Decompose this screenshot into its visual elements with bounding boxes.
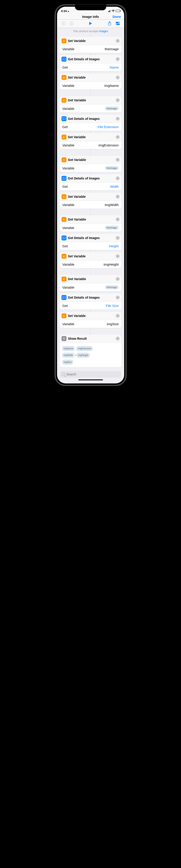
delete-action-button[interactable]: ✕ [116, 39, 120, 43]
action-card[interactable]: Get Details of Images ✕ Get File Extensi… [60, 115, 122, 131]
signal-icon [108, 10, 111, 12]
action-param-row[interactable]: Get File Size [60, 302, 122, 310]
action-header: Get Details of Images ✕ [60, 55, 122, 63]
param-label: Variable [62, 285, 75, 289]
accepts-row[interactable]: This shortcut accepts Images [57, 28, 124, 35]
action-title: Show Result [68, 337, 114, 340]
action-card[interactable]: x Set Variable ✕ Variable imgSize [60, 312, 122, 328]
delete-action-button[interactable]: ✕ [116, 75, 120, 80]
action-param-row[interactable]: Variable imgSize [60, 320, 122, 328]
delete-action-button[interactable]: ✕ [116, 117, 120, 121]
action-param-row[interactable]: Variable imgHeight [60, 260, 122, 268]
variable-token[interactable]: imgName [62, 346, 75, 351]
share-button[interactable] [107, 21, 112, 26]
action-card[interactable]: x Get Variable ✕ Variable theImage [60, 275, 122, 291]
action-card[interactable]: x Get Variable ✕ Variable theImage [60, 156, 122, 172]
svg-point-6 [116, 24, 117, 25]
delete-action-button[interactable]: ✕ [116, 314, 120, 318]
param-label: Variable [62, 203, 75, 207]
action-card[interactable]: x Get Variable ✕ Variable theImage [60, 215, 122, 232]
location-icon: ➤ [68, 10, 69, 12]
variable-token[interactable]: imgExtension [76, 346, 93, 351]
redo-button[interactable] [69, 21, 74, 26]
action-param-row[interactable]: Variable theImage [60, 283, 122, 291]
image-icon [61, 176, 67, 181]
battery-icon [116, 10, 120, 12]
action-param-row[interactable]: Variable imgWidth [60, 200, 122, 209]
action-card[interactable]: Show Result ✕ imgName.imgExtension imgWi… [60, 335, 122, 367]
action-param-row[interactable]: Variable theImage [60, 104, 122, 113]
action-param-row[interactable]: Get Name [60, 63, 122, 71]
action-card[interactable]: Get Details of Images ✕ Get Name [60, 55, 122, 71]
action-card[interactable]: x Set Variable ✕ Variable imgHeight [60, 252, 122, 268]
action-card[interactable]: x Set Variable ✕ Variable imgName [60, 73, 122, 90]
action-param-row[interactable]: Variable theImage [60, 223, 122, 232]
delete-action-button[interactable]: ✕ [116, 236, 120, 240]
param-value[interactable]: imgSize [107, 322, 119, 326]
param-value-link[interactable]: File Size [106, 304, 119, 308]
search-bar[interactable] [60, 371, 122, 378]
action-param-row[interactable]: Get File Extension [60, 123, 122, 131]
delete-action-button[interactable]: ✕ [116, 195, 120, 199]
action-card[interactable]: x Set Variable ✕ Variable imgExtension [60, 133, 122, 149]
accepts-type-link[interactable]: Images [99, 30, 108, 33]
undo-button[interactable] [61, 21, 66, 26]
param-value-link[interactable]: Name [110, 65, 119, 69]
svg-point-0 [62, 22, 65, 25]
delete-action-button[interactable]: ✕ [116, 254, 120, 258]
delete-action-button[interactable]: ✕ [116, 158, 120, 162]
param-value[interactable]: imgExtension [99, 143, 119, 147]
action-param-row[interactable]: Get Width [60, 182, 122, 190]
param-value-link[interactable]: File Extension [98, 125, 119, 129]
variable-token[interactable]: imgSize [62, 360, 73, 365]
flow-connector [90, 190, 91, 193]
action-title: Get Variable [68, 98, 114, 102]
param-value-link[interactable]: Width [110, 185, 119, 188]
action-param-row[interactable]: Variable theImage [60, 45, 122, 53]
action-param-row[interactable]: Variable imgExtension [60, 141, 122, 149]
play-button[interactable] [88, 21, 93, 26]
action-param-row[interactable]: Variable theImage [60, 164, 122, 172]
svg-point-12 [63, 178, 63, 178]
home-indicator[interactable] [78, 379, 103, 380]
variable-token[interactable]: imgHeight [77, 353, 90, 358]
variable-token[interactable]: theImage [105, 166, 119, 170]
search-input[interactable] [67, 373, 119, 376]
variable-token[interactable]: imgWidth [62, 353, 75, 358]
action-param-row[interactable]: Get Height [60, 242, 122, 250]
workflow-canvas: x Set Variable ✕ Variable theImage Get D… [57, 35, 124, 367]
action-card[interactable]: Get Details of Images ✕ Get File Size [60, 293, 122, 310]
action-card[interactable]: x Get Variable ✕ Variable theImage [60, 96, 122, 113]
action-card[interactable]: Get Details of Images ✕ Get Width [60, 174, 122, 190]
action-card[interactable]: x Set Variable ✕ Variable theImage [60, 37, 122, 53]
action-param-row[interactable]: Variable imgName [60, 82, 122, 90]
param-value[interactable]: imgHeight [104, 262, 119, 266]
delete-action-button[interactable]: ✕ [116, 277, 120, 281]
action-header: Show Result ✕ [60, 335, 122, 343]
delete-action-button[interactable]: ✕ [116, 337, 120, 341]
action-card[interactable]: x Set Variable ✕ Variable imgWidth [60, 193, 122, 209]
variable-token[interactable]: theImage [105, 285, 119, 289]
param-value-link[interactable]: Height [109, 244, 119, 248]
done-button[interactable]: Done [112, 15, 121, 19]
action-title: Set Variable [68, 76, 114, 79]
action-card[interactable]: Get Details of Images ✕ Get Height [60, 234, 122, 250]
accepts-text: This shortcut accepts [73, 30, 99, 33]
flow-connector [90, 273, 91, 275]
settings-toggle-button[interactable] [115, 21, 120, 26]
delete-action-button[interactable]: ✕ [116, 217, 120, 221]
variable-icon: x [61, 313, 67, 318]
param-value[interactable]: imgName [104, 84, 119, 88]
delete-action-button[interactable]: ✕ [116, 98, 120, 102]
delete-action-button[interactable]: ✕ [116, 296, 120, 300]
svg-point-4 [118, 22, 119, 23]
delete-action-button[interactable]: ✕ [116, 176, 120, 180]
variable-token[interactable]: theImage [105, 226, 119, 230]
delete-action-button[interactable]: ✕ [116, 57, 120, 61]
result-body[interactable]: imgName.imgExtension imgWidthximgHeight … [60, 343, 122, 367]
variable-token[interactable]: theImage [105, 106, 119, 111]
param-value[interactable]: theImage [105, 47, 119, 51]
action-title: Set Variable [68, 254, 114, 258]
param-value[interactable]: imgWidth [105, 203, 119, 207]
delete-action-button[interactable]: ✕ [116, 135, 120, 139]
